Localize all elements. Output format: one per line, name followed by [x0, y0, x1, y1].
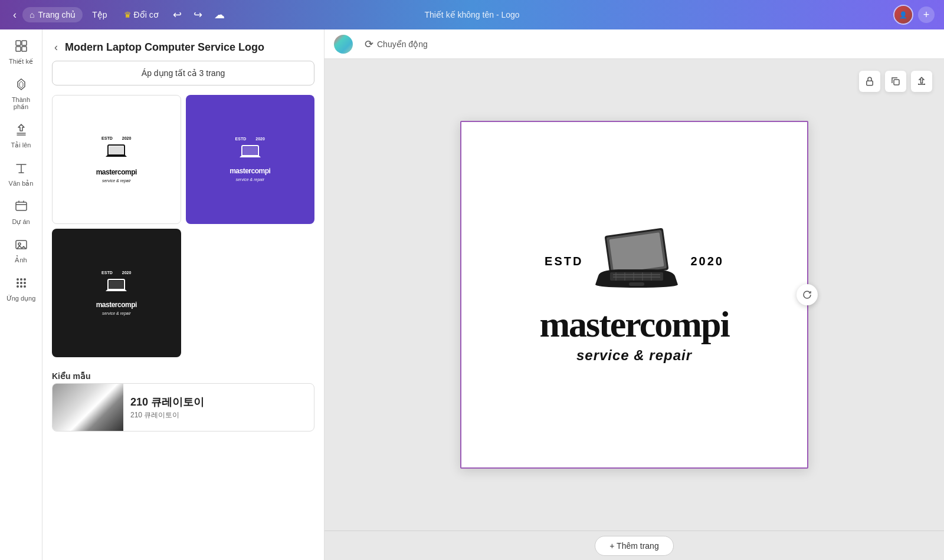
logo-tagline: service & repair	[576, 347, 692, 364]
animation-label: Chuyển động	[377, 39, 428, 49]
sidebar-icons: Thiết kế Thành phần Tải lên	[0, 29, 42, 560]
animation-icon: ⟳	[365, 38, 373, 51]
svg-point-9	[17, 278, 19, 281]
sidebar-item-label-ung-dung: Ứng dụng	[6, 295, 36, 302]
duplicate-button[interactable]	[885, 71, 906, 92]
svg-point-15	[17, 285, 19, 288]
svg-point-11	[24, 278, 26, 281]
add-button[interactable]: +	[918, 6, 935, 23]
font-name-big: 210 큐레이토이	[130, 395, 204, 409]
crown-icon: ♛	[124, 10, 132, 19]
canvas-toolbar: ⟳ Chuyển động	[324, 29, 944, 59]
sidebar-item-label-van-ban: Văn bản	[9, 180, 34, 187]
undo-button[interactable]: ↩	[168, 5, 186, 24]
thumb-estd-purple: ESTD2020	[235, 137, 265, 141]
panel-back-button[interactable]: ‹	[52, 39, 60, 56]
photo-icon	[14, 238, 28, 255]
panel-title: Modern Laptop Computer Service Logo	[65, 41, 314, 54]
sidebar-item-ung-dung[interactable]: Ứng dụng	[2, 271, 40, 307]
svg-rect-24	[867, 81, 873, 85]
animation-button[interactable]: ⟳ Chuyển động	[360, 34, 432, 54]
svg-rect-6	[16, 202, 27, 210]
add-page-button[interactable]: + Thêm trang	[595, 536, 673, 556]
font-sample-item[interactable]: 210 큐레이토이 210 큐레이토이	[52, 383, 314, 431]
sidebar-item-label-du-an: Dự án	[12, 218, 30, 226]
template-thumb-black[interactable]: ESTD2020 mastercompi service & repair	[52, 229, 181, 358]
back-nav-button[interactable]: ‹	[9, 6, 20, 24]
svg-rect-2	[16, 47, 21, 51]
canvas-viewport[interactable]: ESTD	[324, 59, 944, 531]
avatar[interactable]: 👤	[893, 5, 913, 25]
svg-rect-37	[629, 282, 644, 286]
refresh-button[interactable]	[796, 284, 818, 305]
share-button[interactable]	[911, 71, 932, 92]
thumb-laptop-white	[104, 143, 128, 166]
design-icon	[14, 39, 28, 57]
home-button[interactable]: ⌂ Trang chủ	[22, 7, 83, 22]
thumb-sub-purple: service & repair	[235, 177, 264, 182]
sidebar-item-van-ban[interactable]: Văn bản	[2, 156, 40, 192]
add-page-bar: + Thêm trang	[324, 531, 944, 560]
design-canvas[interactable]: ESTD	[460, 121, 808, 469]
logo-estd: ESTD	[545, 255, 583, 268]
topbar-left: ‹ ⌂ Trang chủ Tệp ♛ Đổi cơ ↩ ↪ ☁	[9, 5, 230, 24]
upgrade-button[interactable]: ♛ Đổi cơ	[117, 7, 166, 22]
sidebar-item-label-thiet-ke: Thiết kế	[9, 58, 33, 65]
svg-point-13	[20, 282, 22, 284]
thumb-logo-black: ESTD2020 mastercompi service & repair	[89, 263, 144, 322]
svg-rect-28	[609, 232, 664, 273]
sidebar-item-anh[interactable]: Ảnh	[2, 233, 40, 269]
sidebar-item-label-anh: Ảnh	[15, 256, 27, 264]
avatar-image: 👤	[894, 6, 912, 24]
thumbnails-grid: ESTD2020 mastercompi service & repair	[42, 95, 324, 357]
template-thumb-purple[interactable]: ESTD2020 mastercompi service & repair	[186, 95, 315, 224]
svg-rect-23	[109, 281, 123, 289]
sidebar-item-du-an[interactable]: Dự án	[2, 195, 40, 230]
cloud-save-button[interactable]: ☁	[209, 5, 230, 24]
template-thumb-white[interactable]: ESTD2020 mastercompi service & repair	[52, 95, 181, 224]
home-label: Trang chủ	[38, 10, 76, 19]
apply-all-button[interactable]: Áp dụng tất cả 3 trang	[52, 61, 314, 85]
sidebar-item-label-tai-len: Tải lên	[11, 141, 31, 149]
canvas-area: ⟳ Chuyển động	[324, 29, 944, 560]
thumb-brand-white: mastercompi	[96, 168, 137, 176]
lock-button[interactable]	[859, 71, 880, 92]
svg-rect-21	[243, 147, 257, 155]
svg-point-14	[24, 282, 26, 284]
components-icon	[14, 77, 28, 95]
thumb-estd-black: ESTD2020	[101, 271, 131, 275]
template-panel: ‹ Modern Laptop Computer Service Logo Áp…	[42, 29, 324, 560]
upload-icon	[14, 123, 28, 140]
thumb-logo-white: ESTD2020 mastercompi service & repair	[89, 129, 144, 190]
font-sample-thumbnail	[53, 384, 123, 431]
redo-button[interactable]: ↪	[189, 5, 207, 24]
topbar: ‹ ⌂ Trang chủ Tệp ♛ Đổi cơ ↩ ↪ ☁ Thiết k…	[0, 0, 944, 29]
thumb-logo-purple: ESTD2020 mastercompi service & repair	[222, 130, 277, 189]
font-name-small: 210 큐레이토이	[130, 410, 204, 420]
svg-rect-1	[22, 41, 27, 45]
file-label: Tệp	[92, 10, 107, 19]
svg-rect-3	[22, 47, 27, 51]
upgrade-label: Đổi cơ	[134, 10, 159, 19]
thumb-sub-white: service & repair	[102, 179, 131, 183]
svg-rect-0	[16, 41, 21, 45]
home-icon: ⌂	[30, 10, 34, 19]
svg-point-12	[17, 282, 19, 284]
svg-point-10	[20, 278, 22, 281]
sidebar-item-tai-len[interactable]: Tải lên	[2, 118, 40, 154]
apps-icon	[14, 276, 28, 294]
document-title: Thiết kế không tên - Logo	[424, 10, 519, 19]
thumb-brand-purple: mastercompi	[230, 167, 270, 175]
sidebar-item-thanh-phan[interactable]: Thành phần	[2, 73, 40, 116]
logo-year: 2020	[690, 255, 724, 268]
logo-laptop-wrapper: ESTD	[545, 226, 724, 297]
thumb-laptop-black	[104, 277, 128, 298]
svg-rect-25	[894, 80, 899, 85]
svg-point-8	[18, 243, 21, 245]
project-icon	[14, 199, 28, 217]
main-layout: Thiết kế Thành phần Tải lên	[0, 29, 944, 560]
thumb-sub-black: service & repair	[102, 311, 131, 315]
color-wheel-button[interactable]	[334, 35, 353, 54]
file-button[interactable]: Tệp	[85, 7, 114, 22]
sidebar-item-thiet-ke[interactable]: Thiết kế	[2, 34, 40, 70]
